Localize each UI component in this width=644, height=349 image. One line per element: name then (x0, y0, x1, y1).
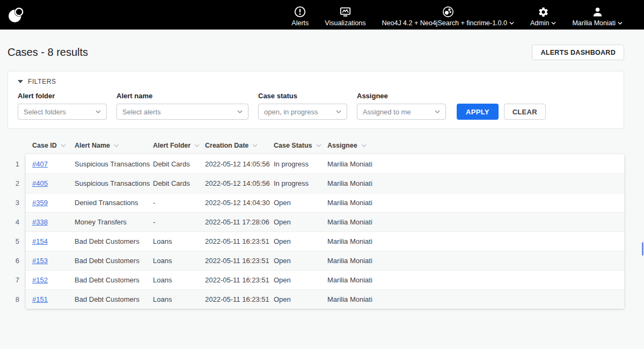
nav-visualizations-label: Visualizations (325, 19, 365, 27)
alert-folder-cell: Loans (153, 257, 205, 265)
alert-folder-cell: Debit Cards (153, 160, 205, 168)
chevron-down-icon (435, 110, 440, 113)
assignee-cell: Marilia Moniati (327, 179, 624, 187)
alert-folder-cell: Loans (153, 276, 205, 284)
case-status-cell: Open (274, 257, 327, 265)
case-id-link[interactable]: #407 (32, 160, 48, 168)
filter-select-assignee[interactable]: Assigned to me (357, 104, 446, 120)
case-status-cell: In progress (274, 160, 327, 168)
case-id-link[interactable]: #154 (32, 237, 48, 245)
case-id-link[interactable]: #153 (32, 257, 48, 265)
nav-admin-menu[interactable]: Admin (530, 3, 556, 27)
case-id-link[interactable]: #152 (32, 276, 48, 284)
filters-title-label: FILTERS (28, 78, 56, 85)
filter-value-alert-name: Select alerts (122, 108, 161, 116)
apply-button[interactable]: APPLY (457, 104, 499, 120)
top-navigation-bar: Alerts Visualizations (0, 0, 644, 30)
column-header-alert-name[interactable]: Alert Name (75, 142, 153, 149)
neo4j-icon (442, 6, 454, 18)
nav-alerts[interactable]: Alerts (291, 3, 309, 27)
table-row: 7#152Bad Debt CustomersLoans2022-05-11 1… (26, 270, 624, 289)
creation-date-cell: 2022-05-12 14:05:56 (205, 179, 274, 187)
table-body-card: 1#407Suspicious TransactionsDebit Cards2… (26, 154, 624, 309)
chevron-down-icon (509, 21, 514, 25)
nav-integration-label: Neo4J 4.2 + Neo4jSearch + fincrime-1.0.0 (382, 19, 514, 27)
column-header-assignee[interactable]: Assignee (327, 142, 624, 149)
chevron-down-icon (194, 144, 200, 147)
column-header-case-status[interactable]: Case Status (274, 142, 327, 149)
case-id-link[interactable]: #359 (32, 199, 48, 207)
case-status-cell: Open (274, 237, 327, 245)
column-header-alert-folder[interactable]: Alert Folder (153, 142, 205, 149)
filter-select-case-status[interactable]: open, in progress (258, 104, 347, 120)
user-text: Marilia Moniati (572, 19, 616, 27)
case-id-cell: #338 (32, 218, 75, 226)
case-status-cell: Open (274, 295, 327, 303)
column-header-creation-date[interactable]: Creation Date (205, 142, 274, 149)
alert-name-cell: Bad Debt Customers (75, 257, 153, 265)
chevron-down-icon (252, 144, 258, 147)
alerts-dashboard-button[interactable]: ALERTS DASHBOARD (532, 45, 624, 60)
chevron-down-icon (361, 144, 367, 147)
case-id-cell: #153 (32, 257, 75, 265)
column-header-label: Assignee (327, 142, 357, 149)
chevron-down-icon (96, 110, 101, 113)
alert-folder-cell: Loans (153, 295, 205, 303)
clear-button[interactable]: CLEAR (504, 104, 546, 120)
filter-select-alert-folder[interactable]: Select folders (18, 104, 107, 120)
case-id-link[interactable]: #151 (32, 295, 48, 303)
assignee-cell: Marilia Moniati (327, 295, 624, 303)
table-row: 8#151Bad Debt CustomersLoans2022-05-11 1… (26, 289, 624, 309)
case-id-cell: #359 (32, 199, 75, 207)
nav-admin-label: Admin (530, 19, 556, 27)
nav-user-menu[interactable]: Marilia Moniati (572, 3, 623, 27)
column-header-label: Case ID (32, 142, 57, 149)
case-status-cell: In progress (274, 179, 327, 187)
filter-value-assignee: Assigned to me (363, 108, 411, 116)
filters-collapse-toggle[interactable]: FILTERS (18, 78, 56, 85)
integration-text: Neo4J 4.2 + Neo4jSearch + fincrime-1.0.0 (382, 19, 507, 27)
alert-name-cell: Bad Debt Customers (75, 276, 153, 284)
filter-label-alert-folder: Alert folder (18, 92, 107, 100)
creation-date-cell: 2022-05-12 14:04:30 (205, 199, 274, 207)
assignee-cell: Marilia Moniati (327, 276, 624, 284)
filter-select-alert-name[interactable]: Select alerts (116, 104, 248, 120)
nav-visualizations[interactable]: Visualizations (325, 3, 365, 27)
alert-name-cell: Money Transfers (75, 218, 153, 226)
table-header-row: Case IDAlert NameAlert FolderCreation Da… (26, 137, 624, 154)
nav-integration-menu[interactable]: Neo4J 4.2 + Neo4jSearch + fincrime-1.0.0 (382, 3, 514, 27)
case-id-cell: #407 (32, 160, 75, 168)
alert-icon (294, 6, 306, 18)
column-header-label: Case Status (274, 142, 312, 149)
filter-field-assignee: AssigneeAssigned to me (357, 92, 446, 120)
table-row: 2#405Suspicious TransactionsDebit Cards2… (26, 173, 624, 193)
filter-label-case-status: Case status (258, 92, 347, 100)
app-logo-icon[interactable] (6, 5, 26, 25)
filter-label-assignee: Assignee (357, 92, 446, 100)
row-number: 1 (8, 160, 19, 168)
row-number: 3 (8, 199, 19, 207)
column-header-label: Creation Date (205, 142, 248, 149)
case-id-link[interactable]: #405 (32, 179, 48, 187)
assignee-cell: Marilia Moniati (327, 237, 624, 245)
scrollbar-thumb[interactable] (642, 242, 643, 256)
assignee-cell: Marilia Moniati (327, 199, 624, 207)
assignee-cell: Marilia Moniati (327, 257, 624, 265)
chevron-down-icon (114, 144, 119, 147)
case-id-link[interactable]: #338 (32, 218, 48, 226)
case-id-cell: #152 (32, 276, 75, 284)
cases-table: Case IDAlert NameAlert FolderCreation Da… (8, 137, 624, 309)
chevron-down-icon (316, 144, 321, 147)
case-id-cell: #405 (32, 179, 75, 187)
filter-value-case-status: open, in progress (264, 108, 318, 116)
table-row: 6#153Bad Debt CustomersLoans2022-05-11 1… (26, 251, 624, 270)
assignee-cell: Marilia Moniati (327, 218, 624, 226)
case-id-cell: #151 (32, 295, 75, 303)
filter-field-alert-name: Alert nameSelect alerts (116, 92, 248, 120)
alert-folder-cell: - (153, 199, 205, 207)
nav-items: Alerts Visualizations (291, 3, 623, 27)
filter-value-alert-folder: Select folders (24, 108, 66, 116)
table-row: 3#359Denied Transactions-2022-05-12 14:0… (26, 193, 624, 212)
creation-date-cell: 2022-05-12 14:05:56 (205, 160, 274, 168)
column-header-case-id[interactable]: Case ID (32, 142, 75, 149)
